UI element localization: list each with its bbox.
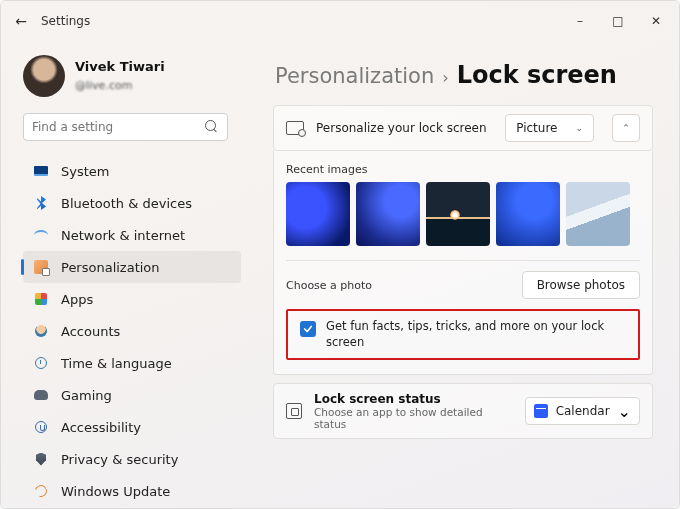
- sidebar-item-label: Gaming: [61, 388, 112, 403]
- back-button[interactable]: ←: [1, 13, 41, 29]
- sidebar-item-network[interactable]: Network & internet: [23, 219, 241, 251]
- maximize-button[interactable]: □: [611, 14, 625, 28]
- user-profile[interactable]: Vivek Tiwari @live.com: [23, 55, 241, 97]
- sidebar-item-label: System: [61, 164, 109, 179]
- update-icon: [33, 483, 49, 499]
- lock-status-desc: Choose an app to show detailed status: [314, 406, 513, 430]
- select-value: Picture: [516, 121, 557, 135]
- sidebar-item-label: Accounts: [61, 324, 120, 339]
- personalization-icon: [33, 259, 49, 275]
- browse-photos-button[interactable]: Browse photos: [522, 271, 640, 299]
- sidebar-item-apps[interactable]: Apps: [23, 283, 241, 315]
- privacy-icon: [33, 451, 49, 467]
- system-icon: [33, 163, 49, 179]
- personalize-lock-label: Personalize your lock screen: [316, 121, 493, 135]
- apps-icon: [33, 291, 49, 307]
- recent-image-thumb[interactable]: [496, 182, 560, 246]
- lock-status-select[interactable]: Calendar ⌄: [525, 397, 640, 425]
- user-email: @live.com: [75, 79, 132, 92]
- fun-facts-checkbox[interactable]: [300, 321, 316, 337]
- calendar-icon: [534, 404, 548, 418]
- recent-image-thumb[interactable]: [566, 182, 630, 246]
- accessibility-icon: [33, 419, 49, 435]
- sidebar-item-accounts[interactable]: Accounts: [23, 315, 241, 347]
- lock-status-row: Lock screen status Choose an app to show…: [273, 383, 653, 439]
- recent-image-thumb[interactable]: [356, 182, 420, 246]
- sidebar-item-label: Windows Update: [61, 484, 170, 499]
- fun-facts-label: Get fun facts, tips, tricks, and more on…: [326, 319, 626, 350]
- nav: System Bluetooth & devices Network & int…: [23, 155, 241, 507]
- bluetooth-icon: [33, 195, 49, 211]
- accounts-icon: [33, 323, 49, 339]
- sidebar-item-time[interactable]: Time & language: [23, 347, 241, 379]
- search-input[interactable]: [32, 120, 205, 134]
- lock-status-title: Lock screen status: [314, 392, 513, 406]
- recent-images-title: Recent images: [286, 163, 640, 176]
- personalize-lock-row: Personalize your lock screen Picture ⌄ ⌃: [273, 105, 653, 151]
- monitor-lock-icon: [286, 121, 304, 135]
- choose-photo-label: Choose a photo: [286, 279, 372, 292]
- search-input-wrapper[interactable]: [23, 113, 228, 141]
- sidebar-item-gaming[interactable]: Gaming: [23, 379, 241, 411]
- network-icon: [33, 227, 49, 243]
- sidebar-item-label: Personalization: [61, 260, 160, 275]
- minimize-button[interactable]: –: [573, 14, 587, 28]
- time-icon: [33, 355, 49, 371]
- avatar: [23, 55, 65, 97]
- breadcrumb: Personalization › Lock screen: [275, 61, 667, 89]
- sidebar-item-label: Time & language: [61, 356, 172, 371]
- status-app-icon: [286, 403, 302, 419]
- chevron-down-icon: ⌄: [618, 402, 631, 421]
- breadcrumb-parent[interactable]: Personalization: [275, 64, 434, 88]
- sidebar-item-privacy[interactable]: Privacy & security: [23, 443, 241, 475]
- titlebar: ← Settings – □ ✕: [1, 1, 679, 41]
- gaming-icon: [33, 387, 49, 403]
- app-title: Settings: [41, 14, 90, 28]
- personalize-lock-expanded: Recent images Choose a photo Browse phot…: [273, 151, 653, 375]
- recent-images-grid: [286, 182, 640, 246]
- sidebar-item-label: Apps: [61, 292, 93, 307]
- sidebar-item-label: Privacy & security: [61, 452, 178, 467]
- search-icon: [205, 120, 219, 134]
- recent-image-thumb[interactable]: [286, 182, 350, 246]
- sidebar-item-label: Accessibility: [61, 420, 141, 435]
- chevron-down-icon: ⌄: [575, 123, 583, 133]
- personalize-lock-select[interactable]: Picture ⌄: [505, 114, 594, 142]
- select-value: Calendar: [556, 404, 610, 418]
- sidebar-item-system[interactable]: System: [23, 155, 241, 187]
- sidebar-item-label: Bluetooth & devices: [61, 196, 192, 211]
- sidebar-item-label: Network & internet: [61, 228, 185, 243]
- fun-facts-row: Get fun facts, tips, tricks, and more on…: [286, 309, 640, 360]
- sidebar-item-accessibility[interactable]: Accessibility: [23, 411, 241, 443]
- user-name: Vivek Tiwari: [75, 59, 165, 74]
- page-title: Lock screen: [457, 61, 617, 89]
- collapse-button[interactable]: ⌃: [612, 114, 640, 142]
- sidebar-item-update[interactable]: Windows Update: [23, 475, 241, 507]
- sidebar-item-personalization[interactable]: Personalization: [23, 251, 241, 283]
- recent-image-thumb[interactable]: [426, 182, 490, 246]
- chevron-up-icon: ⌃: [622, 123, 630, 133]
- close-button[interactable]: ✕: [649, 14, 663, 28]
- sidebar-item-bluetooth[interactable]: Bluetooth & devices: [23, 187, 241, 219]
- chevron-right-icon: ›: [442, 68, 448, 87]
